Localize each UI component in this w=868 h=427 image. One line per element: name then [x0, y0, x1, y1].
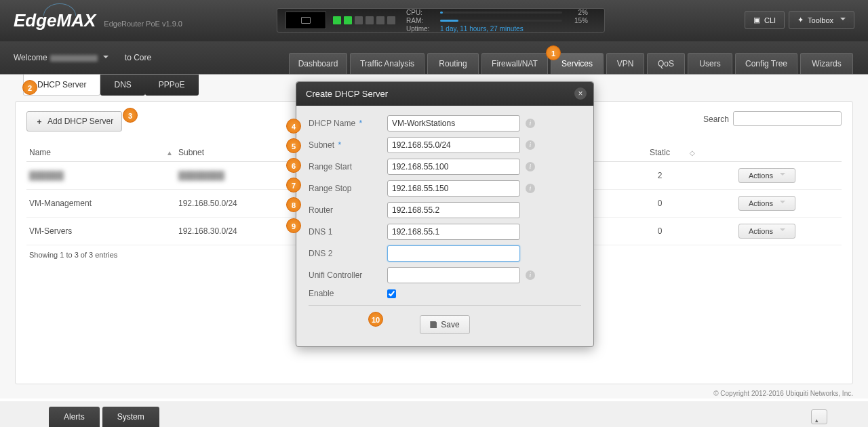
modal-header: Create DHCP Server× — [296, 82, 593, 106]
label-enable: Enable — [309, 289, 387, 298]
field-enable: Enable — [309, 289, 581, 298]
cli-button[interactable]: ▣CLI — [745, 11, 785, 29]
input-dhcp_name[interactable] — [387, 115, 520, 131]
cell-name: VM-Servers — [29, 226, 178, 236]
tab-dashboard[interactable]: Dashboard — [289, 53, 347, 74]
callout-7: 7 — [286, 178, 301, 192]
label-subnet: Subnet * — [309, 140, 387, 150]
username-redacted — [50, 55, 98, 62]
led-2 — [344, 16, 352, 24]
bottom-bar: Alerts System — [0, 401, 868, 427]
copyright: © Copyright 2012-2016 Ubiquiti Networks,… — [713, 390, 853, 397]
field-range_stop: Range Stopi — [309, 180, 581, 197]
cell-static: 0 — [619, 199, 701, 208]
info-icon[interactable]: i — [526, 119, 535, 128]
search-label: Search — [703, 115, 729, 124]
cell-name: VM-Management — [29, 199, 178, 208]
label-range_start: Range Start — [309, 162, 387, 171]
input-dns1[interactable] — [387, 224, 520, 240]
modal-title: Create DHCP Server — [306, 89, 388, 99]
input-router[interactable] — [387, 202, 520, 218]
info-icon[interactable]: i — [526, 162, 535, 171]
wrench-icon: ✦ — [797, 16, 804, 24]
callout-4: 4 — [286, 119, 301, 134]
port-icon-box — [285, 12, 326, 29]
create-dhcp-modal: Create DHCP Server× DHCP Name *iSubnet *… — [296, 81, 594, 347]
callout-10: 10 — [368, 312, 383, 327]
info-icon[interactable]: i — [526, 140, 535, 150]
field-dhcp_name: DHCP Name *i — [309, 115, 581, 131]
tab-traffic-analysis[interactable]: Traffic Analysis — [350, 53, 425, 74]
tab-wizards[interactable]: Wizards — [800, 53, 853, 74]
input-subnet[interactable] — [387, 137, 520, 153]
callout-9: 9 — [286, 218, 301, 233]
tab-vpn[interactable]: VPN — [606, 53, 644, 74]
field-subnet: Subnet *i — [309, 137, 581, 153]
label-range_stop: Range Stop — [309, 184, 387, 193]
input-range_start[interactable] — [387, 159, 520, 175]
enable-checkbox[interactable] — [387, 289, 396, 298]
info-icon[interactable]: i — [526, 184, 535, 193]
subtab-pppoe[interactable]: PPPoE — [145, 75, 199, 96]
ethernet-icon — [301, 17, 311, 24]
cell-static: 2 — [619, 171, 701, 180]
disk-icon — [430, 321, 437, 328]
col-actions — [701, 148, 795, 157]
chevron-down-icon — [840, 18, 846, 23]
tab-users[interactable]: Users — [688, 53, 732, 74]
system-tab[interactable]: System — [102, 407, 159, 427]
label-router: Router — [309, 205, 387, 215]
logo-swoosh — [43, 3, 76, 16]
system-stats: CPU:2% RAM:15% Uptime:1 day, 11 hours, 2… — [406, 8, 604, 33]
toolbox-button[interactable]: ✦Toolbox — [789, 11, 854, 29]
save-button[interactable]: Save — [420, 315, 469, 334]
subtab-dns[interactable]: DNS — [100, 75, 144, 96]
to-core-link[interactable]: to Core — [125, 53, 151, 62]
cpu-label: CPU: — [406, 9, 440, 16]
field-dns1: DNS 1 — [309, 224, 581, 240]
field-dns2: DNS 2 — [309, 245, 581, 262]
tab-routing[interactable]: Routing — [427, 53, 479, 74]
label-dns1: DNS 1 — [309, 227, 387, 237]
callout-1: 1 — [546, 45, 561, 60]
port-leds — [333, 16, 395, 24]
tab-firewall-nat[interactable]: Firewall/NAT — [481, 53, 548, 74]
input-range_stop[interactable] — [387, 180, 520, 197]
actions-button[interactable]: Actions — [738, 196, 795, 211]
chevron-down-icon — [780, 228, 785, 234]
sort-asc-icon: ▲ — [166, 149, 173, 157]
led-5 — [376, 16, 384, 24]
search-input[interactable] — [733, 111, 842, 126]
col-name[interactable]: Name▲ — [29, 148, 178, 157]
led-1 — [333, 16, 341, 24]
product-version: EdgeRouter PoE v1.9.0 — [104, 20, 182, 28]
alerts-tab[interactable]: Alerts — [49, 407, 100, 427]
label-dhcp_name: DHCP Name * — [309, 119, 387, 128]
actions-button[interactable]: Actions — [738, 224, 795, 239]
user-dropdown-icon[interactable] — [103, 56, 108, 61]
close-icon[interactable]: × — [574, 87, 587, 100]
tab-qos[interactable]: QoS — [647, 53, 685, 74]
field-range_start: Range Starti — [309, 159, 581, 175]
cpu-bar — [440, 12, 443, 14]
field-unifi: Unifi Controlleri — [309, 267, 581, 283]
ram-value: 15% — [568, 17, 588, 24]
cell-static: 0 — [619, 226, 701, 236]
col-static[interactable]: Static◇ — [619, 148, 701, 157]
input-unifi[interactable] — [387, 267, 520, 283]
info-icon[interactable]: i — [526, 270, 535, 280]
uptime-label: Uptime: — [406, 25, 440, 33]
nav-bar: Welcome to Core DashboardTraffic Analysi… — [0, 41, 868, 74]
chevron-up-icon — [815, 413, 823, 421]
input-dns2[interactable] — [387, 245, 520, 262]
callout-8: 8 — [286, 197, 301, 212]
add-dhcp-server-button[interactable]: Add DHCP Server — [26, 111, 122, 131]
ram-bar — [440, 20, 458, 22]
main-tabs: DashboardTraffic AnalysisRoutingFirewall… — [289, 53, 853, 74]
tab-config-tree[interactable]: Config Tree — [735, 53, 797, 74]
chevron-down-icon — [780, 173, 785, 178]
welcome-text: Welcome — [14, 53, 108, 62]
actions-button[interactable]: Actions — [738, 168, 795, 183]
collapse-button[interactable] — [811, 409, 827, 424]
plus-icon — [35, 117, 43, 125]
